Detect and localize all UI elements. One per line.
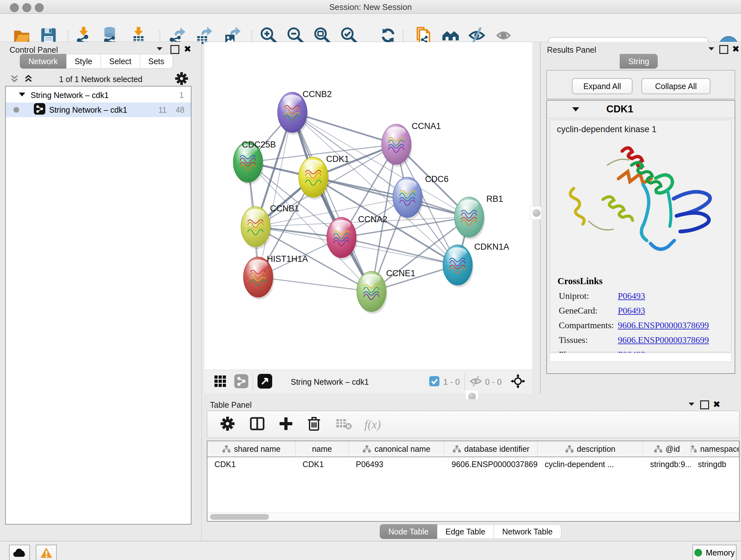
network-collection-row[interactable]: String Network – cdk1 1	[6, 88, 191, 103]
control-panel-close-button[interactable]: ✖	[184, 44, 191, 54]
delete-table-button[interactable]	[336, 417, 352, 431]
node-label-CCNA1: CCNA1	[412, 121, 441, 131]
control-panel: Control Panel ✖ NetworkStyleSelectSets 1…	[0, 42, 202, 541]
results-panel-menu-button[interactable]	[706, 44, 716, 54]
network-selection-status: 1 of 1 Network selected	[0, 75, 201, 84]
gene-details: cyclin-dependent kinase 1	[549, 120, 731, 352]
node-CDC6[interactable]	[393, 177, 423, 220]
crosslink-link[interactable]: P06493	[618, 291, 645, 301]
tree-expander-icon[interactable]	[18, 91, 26, 100]
window-title: Session: New Session	[0, 2, 741, 12]
network-options-gear-button[interactable]	[175, 72, 188, 86]
tab-network[interactable]: Network	[20, 54, 66, 69]
create-column-button[interactable]	[279, 417, 293, 432]
hidden-node-edge-counts: 0 - 0	[485, 377, 502, 387]
view-mode-share-button[interactable]	[234, 374, 248, 389]
control-panel-float-button[interactable]	[171, 45, 179, 54]
network-row[interactable]: String Network – cdk1 11 48	[6, 103, 191, 117]
column-header-database-identifier[interactable]: database identifier	[445, 441, 538, 456]
scrollbar-thumb[interactable]	[210, 514, 269, 520]
table-cell: 9606.ENSP00000378699	[445, 457, 538, 471]
table-panel-menu-button[interactable]	[687, 400, 696, 409]
crosslink-row: GeneCard:P06493	[550, 303, 731, 318]
node-CCNA2[interactable]	[327, 217, 357, 260]
tab-select[interactable]: Select	[101, 54, 140, 69]
table-cell: stringdb:9...	[643, 457, 691, 471]
crosslink-row: Compartments:9606.ENSP00000378699	[550, 318, 731, 333]
column-header-namespace[interactable]: namespace	[691, 441, 739, 456]
node-RB1[interactable]	[455, 197, 485, 240]
expand-all-results-button[interactable]: Expand All	[572, 78, 632, 94]
tab-string[interactable]: String	[620, 54, 658, 69]
gear-icon	[175, 72, 188, 85]
column-header-canonical-name[interactable]: canonical name	[349, 441, 445, 456]
status-bar: Memory	[0, 541, 741, 560]
table-panel-close-button[interactable]: ✖	[713, 399, 720, 410]
edge-CCNB2-CCNE1[interactable]	[292, 112, 372, 292]
gene-name: CDK1	[606, 104, 633, 115]
column-header-name[interactable]: name	[295, 441, 349, 456]
cloud-status-button[interactable]	[9, 545, 30, 560]
birds-eye-view-button[interactable]	[258, 374, 272, 390]
selected-checkbox[interactable]	[429, 376, 440, 388]
main-toolbar: ?	[0, 14, 741, 42]
crosslink-link[interactable]: 9606.ENSP00000378699	[618, 320, 709, 330]
column-type-icon	[453, 445, 461, 453]
column-header-shared-name[interactable]: shared name	[207, 441, 295, 456]
memory-button[interactable]: Memory	[692, 545, 737, 560]
column-header-description[interactable]: description	[538, 441, 643, 456]
results-panel-close-button[interactable]: ✖	[732, 44, 739, 54]
network-row-label: String Network – cdk1	[49, 105, 127, 115]
table-header-row: shared namenamecanonical namedatabase id…	[207, 441, 739, 457]
network-edges[interactable]	[248, 112, 469, 292]
selected-node-edge-counts: 1 - 0	[443, 377, 460, 387]
column-header-@id[interactable]: @id	[643, 441, 691, 456]
node-CCNB1[interactable]	[241, 206, 272, 249]
toolbar-separator	[464, 374, 465, 390]
collapse-all-results-button[interactable]: Collapse All	[642, 78, 711, 94]
tab-edge-table[interactable]: Edge Table	[437, 524, 494, 539]
network-node-count: 11	[158, 105, 166, 115]
table-toolbar: f(x)	[207, 411, 740, 438]
edge-CCNB2-HIST1H1A[interactable]	[258, 112, 292, 277]
results-panel-title: Results Panel	[547, 45, 596, 55]
table-panel-title: Table Panel	[210, 400, 252, 410]
delete-column-button[interactable]	[307, 416, 321, 433]
network-graph[interactable]: CCNB2CCNA1CDC25BCDK1CDC6RB1CCNB1CCNA2CDK…	[204, 42, 532, 370]
crosslink-link[interactable]: 9606.ENSP00000378699	[618, 335, 709, 345]
tab-node-table[interactable]: Node Table	[380, 524, 437, 539]
crosslink-label: Uniprot:	[550, 291, 618, 301]
memory-status-dot	[694, 549, 702, 557]
node-CDK1[interactable]	[299, 157, 329, 199]
crosslink-link[interactable]: P06493	[618, 306, 645, 316]
network-canvas[interactable]: CCNB2CCNA1CDC25BCDK1CDC6RB1CCNB1CCNA2CDK…	[204, 42, 532, 370]
table-horizontal-scrollbar[interactable]	[207, 512, 739, 521]
network-view-toolbar: String Network – cdk1 1 - 0 0 - 0	[204, 370, 532, 394]
node-label-RB1: RB1	[486, 194, 503, 204]
tab-sets[interactable]: Sets	[140, 54, 173, 69]
warning-status-button[interactable]	[36, 545, 57, 560]
network-status-dot	[13, 107, 19, 113]
function-builder-button[interactable]: f(x)	[364, 418, 381, 431]
crosslink-label: Compartments:	[550, 320, 618, 330]
control-panel-menu-button[interactable]	[155, 44, 164, 54]
show-columns-button[interactable]	[250, 416, 265, 433]
tab-style[interactable]: Style	[66, 54, 101, 69]
gene-section-header[interactable]: CDK1	[547, 101, 735, 118]
table-options-gear-button[interactable]	[220, 416, 235, 432]
grid-mode-button[interactable]	[214, 375, 226, 389]
node-CCNE1[interactable]	[357, 271, 387, 314]
section-expander-icon[interactable]	[571, 105, 580, 114]
node-CDKN1A[interactable]	[443, 245, 474, 287]
table-row[interactable]: CDK1CDK1P064939606.ENSP00000378699cyclin…	[207, 457, 739, 471]
table-panel-float-button[interactable]	[700, 400, 709, 409]
crosslinks-list: Uniprot:P06493GeneCard:P06493Compartment…	[550, 289, 731, 362]
tab-network-table[interactable]: Network Table	[494, 524, 561, 539]
edge-HIST1H1A-CCNE1[interactable]	[258, 277, 372, 292]
node-table: shared namenamecanonical namedatabase id…	[207, 441, 740, 522]
results-panel: Results Panel ✖ String Expand All Collap…	[541, 42, 741, 396]
column-type-icon	[691, 445, 697, 453]
results-panel-float-button[interactable]	[719, 45, 728, 54]
fit-selected-crosshair-button[interactable]	[511, 374, 525, 390]
node-label-CDC25B: CDC25B	[242, 140, 276, 149]
